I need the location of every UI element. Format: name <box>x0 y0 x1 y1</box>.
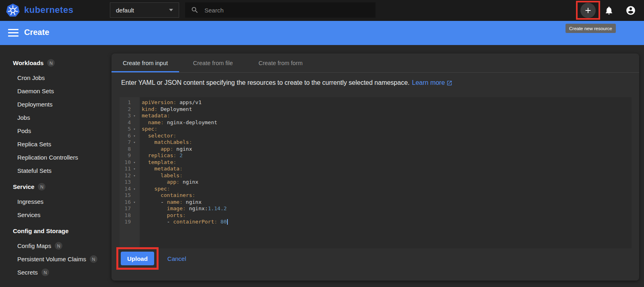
sidebar-item-replica-sets[interactable]: Replica Sets <box>13 137 109 151</box>
plus-icon <box>584 6 592 15</box>
sidebar-section-label: Service <box>13 183 34 190</box>
line-number: 1 <box>120 99 131 106</box>
sidebar-item-cron-jobs[interactable]: Cron Jobs <box>13 71 109 84</box>
highlight-box-add-button <box>576 1 600 20</box>
sidebar-item-deployments[interactable]: Deployments <box>13 98 109 111</box>
fold-toggle-icon[interactable]: ▾ <box>131 126 138 133</box>
notifications-button[interactable] <box>604 5 614 16</box>
sidebar-section-label: Config and Storage <box>13 228 68 234</box>
fold-toggle-icon[interactable]: ▾ <box>131 133 138 139</box>
line-number: 19 <box>120 219 131 226</box>
line-number: 8 <box>120 146 131 153</box>
fold-toggle-icon[interactable]: ▾ <box>131 113 138 119</box>
sidebar-item-label: Deployments <box>17 101 53 108</box>
sidebar-item-label: Replica Sets <box>17 141 51 148</box>
line-number: 15 <box>120 192 131 199</box>
menu-button[interactable] <box>8 27 19 38</box>
fold-toggle-icon[interactable]: ▾ <box>131 159 138 166</box>
sidebar-item-daemon-sets[interactable]: Daemon Sets <box>13 84 109 98</box>
tab-create-from-form[interactable]: Create from form <box>247 53 314 72</box>
line-number: 6 <box>120 133 131 139</box>
search-bar[interactable] <box>185 2 376 18</box>
highlight-box-upload-button: Upload <box>116 247 159 270</box>
gutter-row: 7▾ <box>120 139 140 146</box>
tab-create-from-file[interactable]: Create from file <box>179 53 247 72</box>
sidebar-item-label: Ingresses <box>17 198 43 205</box>
sidebar-item-services[interactable]: Services <box>13 208 109 221</box>
namespace-value: default <box>116 7 134 14</box>
sidebar-section-config-and-storage[interactable]: Config and Storage <box>13 224 109 238</box>
brand-text[interactable]: kubernetes <box>24 5 73 15</box>
editor-code[interactable]: apiVersion: apps/v1kind: Deploymentmetad… <box>140 97 632 248</box>
tab-create-from-input[interactable]: Create from input <box>111 53 179 72</box>
code-line-7: matchLabels: <box>142 139 632 146</box>
fold-toggle-icon[interactable]: ▾ <box>131 199 138 206</box>
account-button[interactable] <box>625 5 636 16</box>
search-input[interactable] <box>204 7 370 14</box>
code-line-6: selector: <box>142 133 632 139</box>
create-panel: Create from inputCreate from fileCreate … <box>111 53 639 281</box>
sidebar: WorkloadsNCron JobsDaemon SetsDeployment… <box>13 56 109 279</box>
namespace-selector[interactable]: default <box>110 2 179 18</box>
sidebar-item-config-maps[interactable]: Config MapsN <box>13 239 109 252</box>
gutter-row: 12▾ <box>120 172 140 179</box>
app-bar: Create <box>0 21 644 45</box>
line-number: 3 <box>120 113 131 119</box>
code-line-10: template: <box>142 159 632 166</box>
sidebar-item-pods[interactable]: Pods <box>13 124 109 137</box>
top-bar: kubernetes default <box>0 0 644 21</box>
page-title: Create <box>24 28 49 37</box>
gutter-row: 11▾ <box>120 166 140 172</box>
upload-button[interactable]: Upload <box>121 252 154 265</box>
sidebar-item-ingresses[interactable]: Ingresses <box>13 195 109 208</box>
sidebar-item-replication-controllers[interactable]: Replication Controllers <box>13 151 109 164</box>
yaml-editor[interactable]: 123▾45▾6▾7▾8910▾11▾12▾1314▾1516▾171819 a… <box>120 97 632 248</box>
line-number: 16 <box>120 199 131 206</box>
code-line-12: labels: <box>142 172 632 179</box>
bell-icon <box>604 6 614 15</box>
gutter-row: 3▾ <box>120 113 140 119</box>
gutter-row: 15 <box>120 192 140 199</box>
create-new-resource-button[interactable] <box>580 3 596 18</box>
sidebar-item-label: Jobs <box>17 114 30 121</box>
tab-label: Create from file <box>193 60 233 66</box>
kubernetes-logo-icon[interactable] <box>6 3 20 18</box>
sidebar-section-service[interactable]: ServiceN <box>13 180 109 193</box>
actions-row: Upload Cancel <box>116 247 186 270</box>
sidebar-item-label: Persistent Volume Claims <box>17 256 86 262</box>
fold-toggle-icon[interactable]: ▾ <box>131 166 138 172</box>
gutter-row: 16▾ <box>120 199 140 206</box>
sidebar-item-label: Stateful Sets <box>17 167 52 174</box>
sidebar-item-label: Replication Controllers <box>17 154 78 161</box>
sidebar-item-stateful-sets[interactable]: Stateful Sets <box>13 164 109 177</box>
sidebar-item-jobs[interactable]: Jobs <box>13 111 109 124</box>
sidebar-item-label: Config Maps <box>17 242 51 249</box>
tab-label: Create from input <box>123 60 168 66</box>
gutter-row: 19 <box>120 219 140 226</box>
line-number: 11 <box>120 166 131 172</box>
sidebar-item-label: Secrets <box>17 269 38 276</box>
line-number: 12 <box>120 172 131 179</box>
namespaced-badge: N <box>55 242 62 250</box>
line-number: 5 <box>120 126 131 133</box>
tab-label: Create from form <box>258 60 303 66</box>
fold-toggle-icon[interactable]: ▾ <box>131 186 138 193</box>
text-cursor <box>227 219 228 225</box>
gutter-row: 18 <box>120 212 140 219</box>
code-line-3: metadata: <box>142 113 632 119</box>
line-number: 2 <box>120 106 131 113</box>
fold-toggle-icon[interactable]: ▾ <box>131 139 138 146</box>
sidebar-item-persistent-volume-claims[interactable]: Persistent Volume ClaimsN <box>13 252 109 266</box>
cancel-button[interactable]: Cancel <box>167 255 186 262</box>
sidebar-section-workloads[interactable]: WorkloadsN <box>13 56 109 70</box>
search-icon <box>191 6 199 14</box>
fold-toggle-icon[interactable]: ▾ <box>131 172 138 179</box>
gutter-row: 14▾ <box>120 186 140 193</box>
editor-gutter: 123▾45▾6▾7▾8910▾11▾12▾1314▾1516▾171819 <box>120 97 140 248</box>
code-line-4: name: nginx-deployment <box>142 119 632 126</box>
sidebar-item-secrets[interactable]: SecretsN <box>13 266 109 279</box>
learn-more-link[interactable]: Learn more <box>412 79 453 86</box>
sidebar-item-label: Pods <box>17 127 31 134</box>
gutter-row: 9 <box>120 152 140 159</box>
gutter-row: 17 <box>120 205 140 212</box>
